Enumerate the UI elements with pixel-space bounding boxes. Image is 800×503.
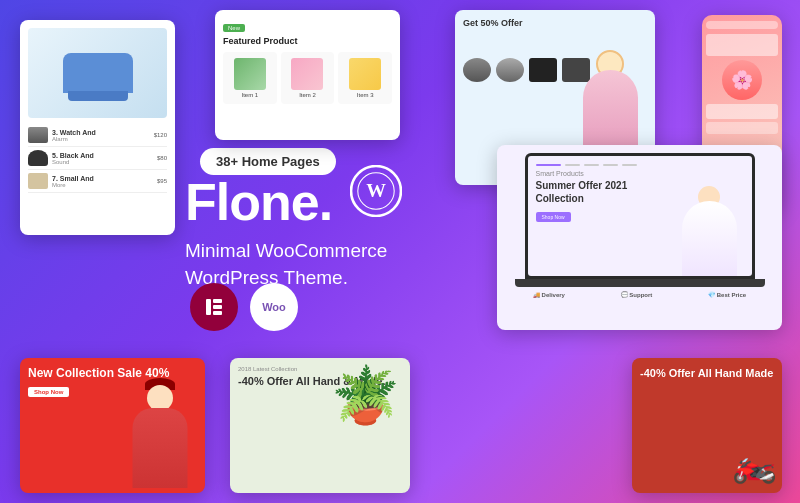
svg-rect-3 [213,311,222,315]
banner: 38+ Home Pages Flone. Minimal WooCommerc… [0,0,800,503]
woo-label: Woo [262,301,286,313]
card-motorcycle: -40% Offer All Hand Made 🏍️ [632,358,782,493]
svg-rect-1 [213,299,222,303]
laptop-cta: Shop Now [536,212,571,222]
svg-rect-2 [213,305,222,309]
svg-text:W: W [366,179,386,201]
motorcycle-icon: 🏍️ [732,443,777,485]
stat-price: 💎 Best Price [708,291,746,298]
model-silhouette [125,373,205,493]
woocommerce-icon: Woo [250,283,298,331]
card-handmade: 2018 Latest Collection -40% Offer All Ha… [230,358,410,493]
furniture-image [28,28,167,118]
elementor-icon [190,283,238,331]
product-item: Item 1 [223,52,277,104]
product-item: Item 2 [281,52,335,104]
product-item: Item 3 [338,52,392,104]
product-grid: Item 1 Item 2 Item 3 [223,52,392,104]
new-tag: New [223,24,245,32]
product-watch [496,58,524,82]
stat-support: 💬 Support [621,291,653,298]
wordpress-logo: W [350,165,402,217]
product-speaker [463,58,491,82]
card-featured-product: New Featured Product Item 1 Item 2 Item … [215,10,400,140]
card-laptop-preview: Smart Products Summer Offer 2021 Collect… [497,145,782,330]
shop-now-button[interactable]: Shop Now [28,387,69,397]
card-new-collection: New Collection Sale 40% Shop Now [20,358,205,493]
card-furniture-shop: 3. Watch And Alarm $120 5. Black And Sou… [20,20,175,235]
laptop-heading: Summer Offer 2021 Collection [536,179,646,205]
plant-decoration: 🪴 [331,368,400,423]
featured-title: Featured Product [223,36,392,46]
stat-delivery: 🚚 Delivery [533,291,565,298]
product-list: 3. Watch And Alarm $120 5. Black And Sou… [28,124,167,193]
moto-title: -40% Offer All Hand Made [640,366,774,380]
svg-rect-0 [206,299,211,315]
badge: 38+ Home Pages [200,148,336,175]
product-laptop [529,58,557,82]
icons-row: Woo [190,283,298,331]
